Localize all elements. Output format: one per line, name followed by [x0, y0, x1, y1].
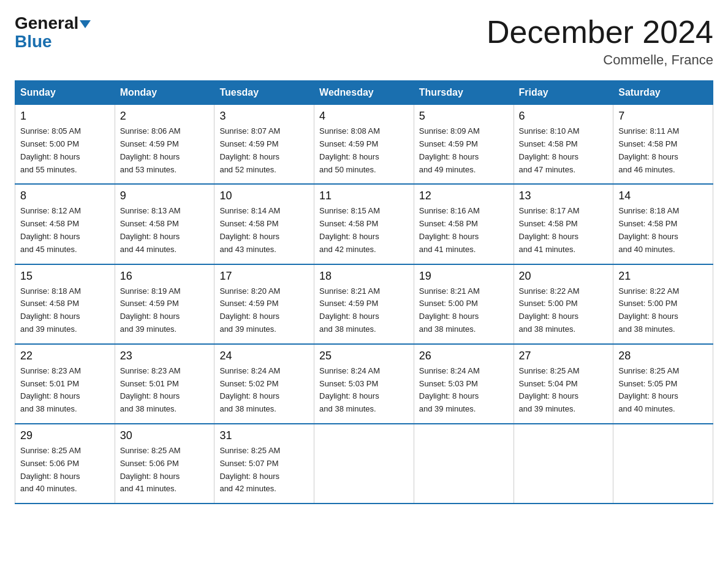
day-number: 30 — [120, 429, 210, 442]
col-saturday: Saturday — [613, 81, 713, 105]
day-info: Sunrise: 8:15 AM Sunset: 4:58 PM Dayligh… — [319, 205, 409, 256]
day-info: Sunrise: 8:25 AM Sunset: 5:04 PM Dayligh… — [519, 365, 609, 416]
logo: General Blue — [15, 15, 91, 50]
day-number: 5 — [419, 110, 509, 123]
header-row: Sunday Monday Tuesday Wednesday Thursday… — [15, 81, 713, 105]
col-thursday: Thursday — [414, 81, 514, 105]
day-info: Sunrise: 8:17 AM Sunset: 4:58 PM Dayligh… — [519, 205, 609, 256]
col-tuesday: Tuesday — [214, 81, 314, 105]
logo-line1: General — [15, 15, 91, 32]
day-info: Sunrise: 8:14 AM Sunset: 4:58 PM Dayligh… — [219, 205, 309, 256]
day-cell: 11 Sunrise: 8:15 AM Sunset: 4:58 PM Dayl… — [314, 184, 414, 264]
day-number: 7 — [618, 110, 708, 123]
week-row-3: 15 Sunrise: 8:18 AM Sunset: 4:58 PM Dayl… — [15, 264, 713, 344]
day-cell: 7 Sunrise: 8:11 AM Sunset: 4:58 PM Dayli… — [613, 105, 713, 185]
day-info: Sunrise: 8:09 AM Sunset: 4:59 PM Dayligh… — [419, 125, 509, 176]
day-info: Sunrise: 8:24 AM Sunset: 5:03 PM Dayligh… — [319, 365, 409, 416]
day-cell: 19 Sunrise: 8:21 AM Sunset: 5:00 PM Dayl… — [414, 264, 514, 344]
day-info: Sunrise: 8:18 AM Sunset: 4:58 PM Dayligh… — [618, 205, 708, 256]
day-cell: 25 Sunrise: 8:24 AM Sunset: 5:03 PM Dayl… — [314, 344, 414, 424]
day-number: 27 — [519, 350, 609, 362]
day-info: Sunrise: 8:23 AM Sunset: 5:01 PM Dayligh… — [120, 365, 210, 416]
day-cell: 20 Sunrise: 8:22 AM Sunset: 5:00 PM Dayl… — [514, 264, 613, 344]
day-number: 13 — [519, 190, 609, 202]
day-info: Sunrise: 8:05 AM Sunset: 5:00 PM Dayligh… — [20, 125, 110, 176]
day-info: Sunrise: 8:24 AM Sunset: 5:03 PM Dayligh… — [419, 365, 509, 416]
day-number: 16 — [120, 270, 210, 283]
day-number: 11 — [319, 190, 409, 202]
day-info: Sunrise: 8:25 AM Sunset: 5:06 PM Dayligh… — [120, 445, 210, 496]
week-row-2: 8 Sunrise: 8:12 AM Sunset: 4:58 PM Dayli… — [15, 184, 713, 264]
calendar-body: 1 Sunrise: 8:05 AM Sunset: 5:00 PM Dayli… — [15, 105, 713, 504]
day-cell: 4 Sunrise: 8:08 AM Sunset: 4:59 PM Dayli… — [314, 105, 414, 185]
day-number: 31 — [219, 429, 309, 442]
day-info: Sunrise: 8:22 AM Sunset: 5:00 PM Dayligh… — [618, 285, 708, 336]
day-info: Sunrise: 8:07 AM Sunset: 4:59 PM Dayligh… — [219, 125, 309, 176]
day-cell — [314, 424, 414, 504]
day-info: Sunrise: 8:25 AM Sunset: 5:05 PM Dayligh… — [618, 365, 708, 416]
day-number: 6 — [519, 110, 609, 123]
day-cell: 5 Sunrise: 8:09 AM Sunset: 4:59 PM Dayli… — [414, 105, 514, 185]
day-number: 18 — [319, 270, 409, 283]
day-cell: 14 Sunrise: 8:18 AM Sunset: 4:58 PM Dayl… — [613, 184, 713, 264]
col-wednesday: Wednesday — [314, 81, 414, 105]
day-cell: 16 Sunrise: 8:19 AM Sunset: 4:59 PM Dayl… — [115, 264, 214, 344]
day-cell: 1 Sunrise: 8:05 AM Sunset: 5:00 PM Dayli… — [15, 105, 115, 185]
day-cell: 10 Sunrise: 8:14 AM Sunset: 4:58 PM Dayl… — [214, 184, 314, 264]
week-row-4: 22 Sunrise: 8:23 AM Sunset: 5:01 PM Dayl… — [15, 344, 713, 424]
day-info: Sunrise: 8:20 AM Sunset: 4:59 PM Dayligh… — [219, 285, 309, 336]
logo-line2: Blue — [15, 33, 52, 50]
day-cell: 29 Sunrise: 8:25 AM Sunset: 5:06 PM Dayl… — [15, 424, 115, 504]
day-cell: 30 Sunrise: 8:25 AM Sunset: 5:06 PM Dayl… — [115, 424, 214, 504]
day-info: Sunrise: 8:10 AM Sunset: 4:58 PM Dayligh… — [519, 125, 609, 176]
day-cell — [514, 424, 613, 504]
col-monday: Monday — [115, 81, 214, 105]
day-number: 20 — [519, 270, 609, 283]
day-cell: 27 Sunrise: 8:25 AM Sunset: 5:04 PM Dayl… — [514, 344, 613, 424]
day-info: Sunrise: 8:16 AM Sunset: 4:58 PM Dayligh… — [419, 205, 509, 256]
day-number: 4 — [319, 110, 409, 123]
day-number: 24 — [219, 350, 309, 362]
day-cell: 22 Sunrise: 8:23 AM Sunset: 5:01 PM Dayl… — [15, 344, 115, 424]
col-friday: Friday — [514, 81, 613, 105]
day-info: Sunrise: 8:23 AM Sunset: 5:01 PM Dayligh… — [20, 365, 110, 416]
col-sunday: Sunday — [15, 81, 115, 105]
day-number: 26 — [419, 350, 509, 362]
day-number: 15 — [20, 270, 110, 283]
day-cell: 9 Sunrise: 8:13 AM Sunset: 4:58 PM Dayli… — [115, 184, 214, 264]
day-info: Sunrise: 8:18 AM Sunset: 4:58 PM Dayligh… — [20, 285, 110, 336]
day-info: Sunrise: 8:25 AM Sunset: 5:07 PM Dayligh… — [219, 445, 309, 496]
day-cell: 15 Sunrise: 8:18 AM Sunset: 4:58 PM Dayl… — [15, 264, 115, 344]
day-cell: 28 Sunrise: 8:25 AM Sunset: 5:05 PM Dayl… — [613, 344, 713, 424]
day-cell: 8 Sunrise: 8:12 AM Sunset: 4:58 PM Dayli… — [15, 184, 115, 264]
day-info: Sunrise: 8:06 AM Sunset: 4:59 PM Dayligh… — [120, 125, 210, 176]
day-number: 17 — [219, 270, 309, 283]
day-cell: 6 Sunrise: 8:10 AM Sunset: 4:58 PM Dayli… — [514, 105, 613, 185]
day-number: 2 — [120, 110, 210, 123]
day-cell: 13 Sunrise: 8:17 AM Sunset: 4:58 PM Dayl… — [514, 184, 613, 264]
day-number: 23 — [120, 350, 210, 362]
day-cell — [414, 424, 514, 504]
day-number: 8 — [20, 190, 110, 202]
day-cell: 17 Sunrise: 8:20 AM Sunset: 4:59 PM Dayl… — [214, 264, 314, 344]
week-row-1: 1 Sunrise: 8:05 AM Sunset: 5:00 PM Dayli… — [15, 105, 713, 185]
day-cell: 2 Sunrise: 8:06 AM Sunset: 4:59 PM Dayli… — [115, 105, 214, 185]
day-number: 3 — [219, 110, 309, 123]
day-cell: 3 Sunrise: 8:07 AM Sunset: 4:59 PM Dayli… — [214, 105, 314, 185]
day-number: 12 — [419, 190, 509, 202]
day-number: 29 — [20, 429, 110, 442]
title-block: December 2024 Commelle, France — [487, 15, 713, 68]
day-number: 19 — [419, 270, 509, 283]
day-number: 10 — [219, 190, 309, 202]
week-row-5: 29 Sunrise: 8:25 AM Sunset: 5:06 PM Dayl… — [15, 424, 713, 504]
day-cell: 23 Sunrise: 8:23 AM Sunset: 5:01 PM Dayl… — [115, 344, 214, 424]
day-number: 25 — [319, 350, 409, 362]
day-info: Sunrise: 8:11 AM Sunset: 4:58 PM Dayligh… — [618, 125, 708, 176]
calendar-table: Sunday Monday Tuesday Wednesday Thursday… — [15, 80, 713, 504]
day-cell — [613, 424, 713, 504]
day-cell: 21 Sunrise: 8:22 AM Sunset: 5:00 PM Dayl… — [613, 264, 713, 344]
day-number: 28 — [618, 350, 708, 362]
day-number: 9 — [120, 190, 210, 202]
day-cell: 12 Sunrise: 8:16 AM Sunset: 4:58 PM Dayl… — [414, 184, 514, 264]
day-number: 14 — [618, 190, 708, 202]
